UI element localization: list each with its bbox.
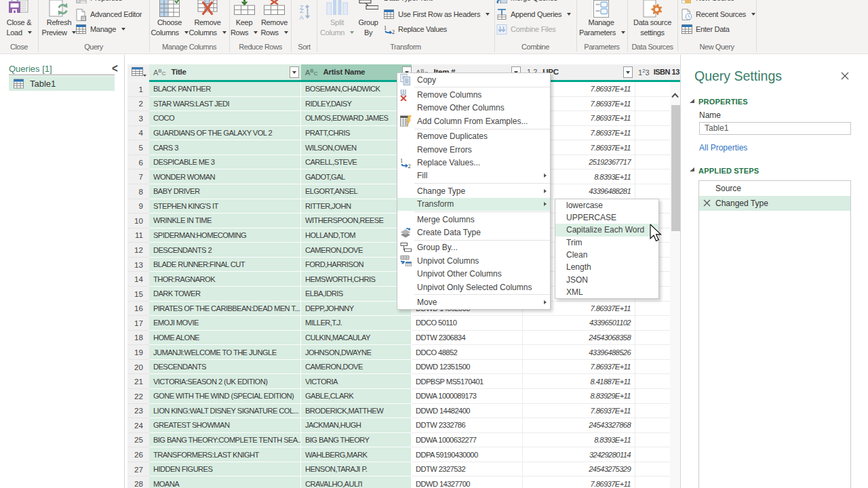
svg-text:1: 1 <box>384 25 387 31</box>
svg-text:2: 2 <box>392 29 395 34</box>
svg-text:A: A <box>300 14 304 21</box>
svg-text:2: 2 <box>408 163 411 168</box>
svg-text:1: 1 <box>400 158 403 164</box>
